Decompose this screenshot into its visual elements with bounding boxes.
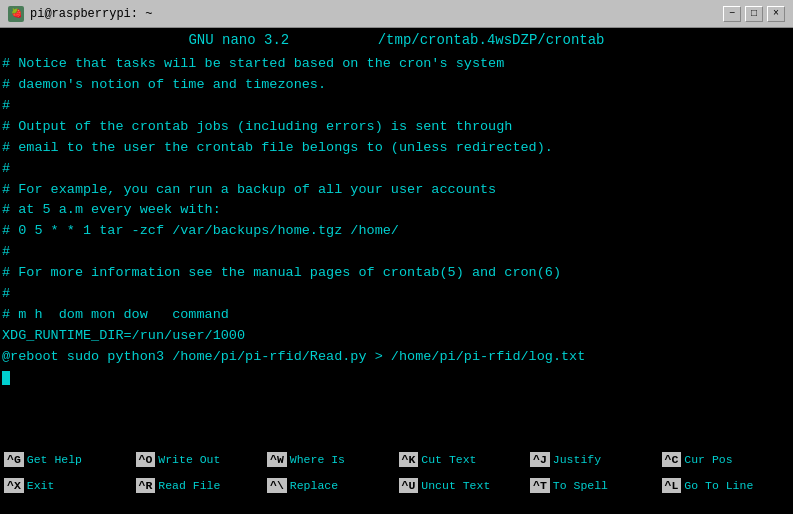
shortcut-label: Write Out	[158, 453, 220, 466]
editor-line: @reboot sudo python3 /home/pi/pi-rfid/Re…	[0, 347, 793, 368]
editor-line: #	[0, 284, 793, 305]
window-controls[interactable]: − □ ×	[723, 6, 785, 22]
nano-header: GNU nano 3.2 /tmp/crontab.4wsDZP/crontab	[0, 28, 793, 52]
shortcut-item[interactable]: ^XExit	[2, 472, 134, 498]
shortcut-key: ^G	[4, 452, 24, 467]
shortcut-key: ^O	[136, 452, 156, 467]
raspberry-icon: 🍓	[8, 6, 24, 22]
shortcut-label: Get Help	[27, 453, 82, 466]
cursor	[2, 371, 10, 385]
shortcut-key: ^L	[662, 478, 682, 493]
editor-line	[0, 368, 793, 389]
maximize-button[interactable]: □	[745, 6, 763, 22]
close-button[interactable]: ×	[767, 6, 785, 22]
shortcut-label: Cut Text	[421, 453, 476, 466]
editor-line: # Notice that tasks will be started base…	[0, 54, 793, 75]
shortcut-label: Uncut Text	[421, 479, 490, 492]
shortcut-item[interactable]: ^WWhere Is	[265, 446, 397, 472]
shortcut-key: ^K	[399, 452, 419, 467]
shortcut-label: Justify	[553, 453, 601, 466]
editor-line: # email to the user the crontab file bel…	[0, 138, 793, 159]
shortcut-item[interactable]: ^TTo Spell	[528, 472, 660, 498]
editor-line: # For example, you can run a backup of a…	[0, 180, 793, 201]
editor-line: #	[0, 159, 793, 180]
shortcut-key: ^J	[530, 452, 550, 467]
file-path: /tmp/crontab.4wsDZP/crontab	[378, 32, 605, 48]
shortcut-key: ^\	[267, 478, 287, 493]
editor-line: # 0 5 * * 1 tar -zcf /var/backups/home.t…	[0, 221, 793, 242]
nano-version: GNU nano 3.2	[188, 32, 289, 48]
editor-line: # m h dom mon dow command	[0, 305, 793, 326]
shortcut-item[interactable]: ^\Replace	[265, 472, 397, 498]
minimize-button[interactable]: −	[723, 6, 741, 22]
shortcut-label: Replace	[290, 479, 338, 492]
title-bar: 🍓 pi@raspberrypi: ~ − □ ×	[0, 0, 793, 28]
editor-line: # Output of the crontab jobs (including …	[0, 117, 793, 138]
editor-line: # daemon's notion of time and timezones.	[0, 75, 793, 96]
editor-line: XDG_RUNTIME_DIR=/run/user/1000	[0, 326, 793, 347]
editor-area[interactable]: # Notice that tasks will be started base…	[0, 52, 793, 446]
bottom-shortcuts: ^GGet Help^OWrite Out^WWhere Is^KCut Tex…	[0, 446, 793, 498]
shortcut-label: Read File	[158, 479, 220, 492]
shortcut-label: Go To Line	[684, 479, 753, 492]
shortcut-label: Cur Pos	[684, 453, 732, 466]
editor-line: #	[0, 96, 793, 117]
shortcut-key: ^X	[4, 478, 24, 493]
title-bar-left: 🍓 pi@raspberrypi: ~	[8, 6, 152, 22]
shortcut-key: ^T	[530, 478, 550, 493]
shortcut-item[interactable]: ^OWrite Out	[134, 446, 266, 472]
shortcut-item[interactable]: ^UUncut Text	[397, 472, 529, 498]
editor-line: # at 5 a.m every week with:	[0, 200, 793, 221]
shortcut-key: ^U	[399, 478, 419, 493]
shortcut-key: ^W	[267, 452, 287, 467]
window-title: pi@raspberrypi: ~	[30, 7, 152, 21]
shortcut-label: To Spell	[553, 479, 608, 492]
shortcut-item[interactable]: ^LGo To Line	[660, 472, 792, 498]
editor-line: #	[0, 242, 793, 263]
shortcut-label: Exit	[27, 479, 55, 492]
shortcut-key: ^C	[662, 452, 682, 467]
shortcut-item[interactable]: ^RRead File	[134, 472, 266, 498]
shortcut-label: Where Is	[290, 453, 345, 466]
shortcut-key: ^R	[136, 478, 156, 493]
editor-line: # For more information see the manual pa…	[0, 263, 793, 284]
shortcut-item[interactable]: ^JJustify	[528, 446, 660, 472]
shortcut-item[interactable]: ^KCut Text	[397, 446, 529, 472]
shortcut-item[interactable]: ^GGet Help	[2, 446, 134, 472]
shortcut-item[interactable]: ^CCur Pos	[660, 446, 792, 472]
